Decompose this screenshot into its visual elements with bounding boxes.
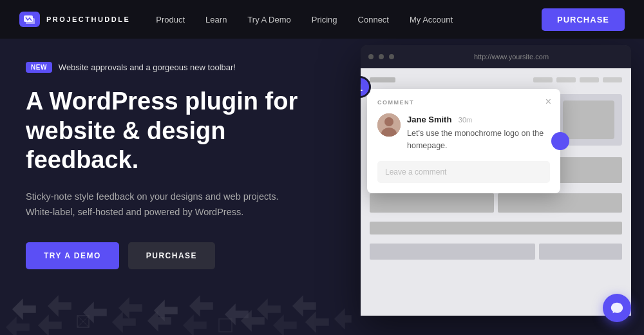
comment-label: COMMENT	[377, 99, 550, 106]
nav-learn[interactable]: Learn	[205, 15, 227, 24]
comment-text: Let's use the monochrome logo on the hom…	[407, 128, 550, 152]
wf-block-1	[370, 193, 494, 213]
svg-marker-8	[225, 305, 248, 324]
svg-marker-22	[306, 312, 328, 332]
wf-nav-item3	[580, 77, 599, 82]
wf-wide	[370, 244, 535, 260]
hero-right: http://www.yoursite.com	[361, 39, 644, 335]
wf-nav-item1	[533, 77, 553, 82]
svg-marker-6	[155, 301, 177, 320]
logo-icon	[19, 12, 40, 27]
nav-my-account[interactable]: My Account	[410, 15, 453, 24]
nav-connect[interactable]: Connect	[358, 15, 389, 24]
nav-try-demo[interactable]: Try A Demo	[247, 15, 290, 24]
wireframe-row3	[370, 244, 622, 260]
logo-text: PROJECTHUDDLE	[46, 15, 130, 23]
close-icon[interactable]: ×	[545, 97, 551, 107]
svg-marker-4	[84, 303, 106, 322]
wf-hero-image	[563, 100, 614, 139]
wf-nav-item4	[603, 77, 622, 82]
hero-subtitle: Sticky-note style feedback on your desig…	[26, 189, 296, 220]
new-badge: NEW	[26, 62, 52, 73]
comment-input[interactable]: Leave a comment	[377, 161, 550, 183]
svg-marker-21	[274, 316, 296, 335]
svg-marker-7	[190, 296, 213, 316]
svg-marker-3	[48, 296, 71, 316]
svg-line-15	[77, 316, 89, 327]
cta-buttons: TRY A DEMO PURCHASE	[26, 242, 335, 269]
badge-text: Website approvals and a gorgeous new too…	[59, 62, 236, 72]
comment-time: 30m	[459, 116, 472, 124]
svg-marker-11	[6, 318, 29, 335]
hero-title: A WordPress plugin for website & design …	[26, 87, 328, 175]
browser-bar: http://www.yoursite.com	[361, 45, 631, 68]
hero-left: NEW Website approvals and a gorgeous new…	[0, 39, 361, 335]
nav-product[interactable]: Product	[156, 15, 185, 24]
browser-mockup: http://www.yoursite.com	[361, 45, 631, 316]
comment-card-accent	[551, 132, 569, 150]
chat-icon	[610, 301, 624, 315]
try-demo-button[interactable]: TRY A DEMO	[26, 242, 119, 269]
avatar	[377, 113, 401, 137]
cta-purchase-button[interactable]: PURCHASE	[128, 242, 215, 269]
browser-dot-2	[379, 54, 384, 59]
svg-marker-16	[113, 312, 135, 332]
purchase-button[interactable]: PURCHASE	[542, 8, 625, 31]
comment-body: Jane Smith 30m Let's use the monochrome …	[407, 113, 550, 152]
svg-line-14	[77, 316, 89, 327]
comment-author-name: Jane Smith	[407, 115, 451, 124]
svg-point-25	[384, 117, 393, 126]
wf-nav-logo	[370, 77, 395, 82]
comment-author-row: Jane Smith 30m Let's use the monochrome …	[377, 113, 550, 152]
browser-url: http://www.yoursite.com	[399, 53, 623, 61]
wf-full-row	[370, 222, 622, 235]
nav-links: Product Learn Try A Demo Pricing Connect…	[156, 15, 542, 24]
svg-marker-10	[293, 296, 316, 316]
svg-rect-13	[77, 316, 89, 327]
wireframe-row2	[370, 193, 622, 213]
svg-marker-2	[13, 300, 35, 319]
badge-row: NEW Website approvals and a gorgeous new…	[26, 62, 335, 73]
svg-marker-17	[148, 311, 171, 330]
svg-marker-12	[39, 316, 61, 335]
main-section: NEW Website approvals and a gorgeous new…	[0, 39, 644, 335]
wf-narrow	[539, 244, 622, 260]
logo[interactable]: PROJECTHUDDLE	[19, 12, 130, 27]
svg-marker-18	[184, 316, 206, 335]
wf-nav-item2	[556, 77, 576, 82]
svg-marker-20	[242, 311, 264, 330]
browser-dot-3	[389, 54, 394, 59]
svg-marker-5	[119, 298, 142, 318]
svg-marker-9	[258, 300, 280, 319]
comment-card: COMMENT × Jane Smith 30m Let's use the m…	[367, 89, 560, 193]
wf-block-2	[498, 193, 622, 213]
svg-marker-23	[335, 309, 351, 329]
browser-dot-1	[368, 54, 374, 59]
svg-rect-19	[219, 319, 232, 332]
chat-bubble-button[interactable]	[603, 294, 631, 322]
wireframe-nav	[370, 77, 622, 82]
navbar: PROJECTHUDDLE Product Learn Try A Demo P…	[0, 0, 644, 39]
nav-pricing[interactable]: Pricing	[312, 15, 337, 24]
